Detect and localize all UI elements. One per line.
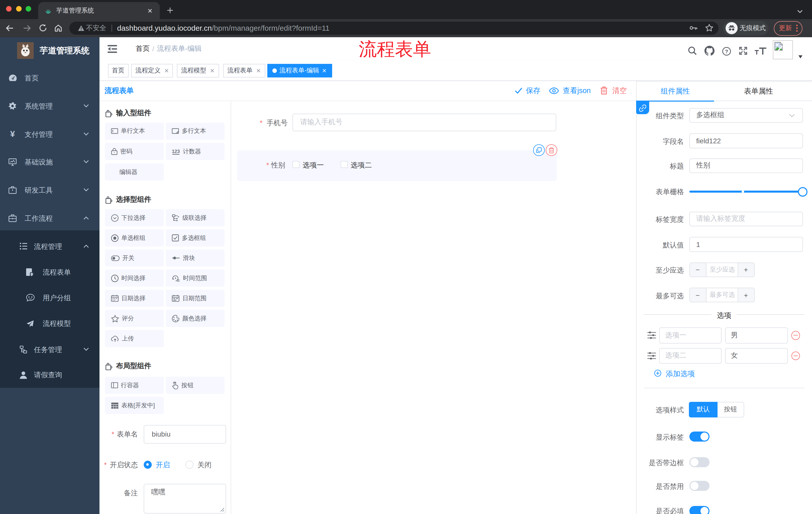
svg-text:123: 123 (172, 148, 180, 154)
svg-text:?: ? (725, 48, 728, 54)
